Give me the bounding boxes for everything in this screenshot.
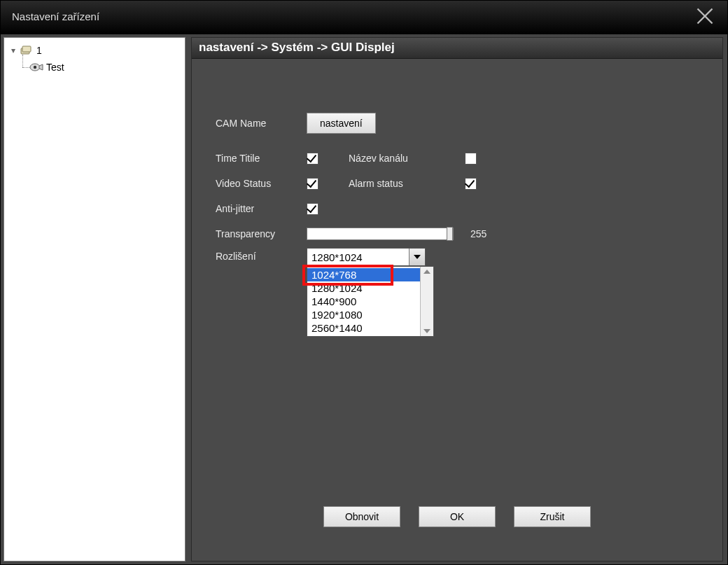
tree-collapse-icon[interactable]: ▾ [7,46,20,55]
channel-name-label: Název kanálu [349,153,465,164]
close-icon[interactable] [695,6,715,26]
gui-display-settings: CAM Name nastavení Time Titile Název kan… [192,59,722,270]
slider-thumb[interactable] [447,227,453,241]
video-status-checkbox[interactable] [307,178,318,190]
refresh-button[interactable]: Obnovit [323,506,400,527]
resolution-combo: 1280*1024 1024*7681280*10241440*9001920*… [307,248,426,266]
scroll-down-icon[interactable] [424,329,430,333]
settings-panel: nastavení -> Systém -> GUI Displej CAM N… [191,37,723,561]
svg-point-5 [34,66,36,69]
cam-name-row: CAM Name nastavení [216,112,722,134]
channel-name-checkbox[interactable] [465,153,477,165]
dropdown-scrollbar[interactable] [420,267,433,336]
anti-jitter-row: Anti-jitter [216,197,722,220]
resolution-option[interactable]: 1280*1024 [307,281,420,295]
tree-root-label: 1 [36,45,42,56]
cam-name-label: CAM Name [216,118,307,129]
time-title-row: Time Titile Název kanálu [216,147,722,169]
video-status-label: Video Status [216,178,307,189]
time-title-label: Time Titile [216,153,307,164]
device-tree: ▾ 1 Test [4,38,185,80]
breadcrumb: nastavení -> Systém -> GUI Displej [192,38,722,59]
alarm-status-checkbox[interactable] [465,178,477,190]
dialog-button-row: Obnovit OK Zrušit [192,506,722,527]
ok-button[interactable]: OK [419,506,496,527]
transparency-value: 255 [470,228,486,239]
resolution-select[interactable]: 1280*1024 [307,248,426,266]
device-tree-panel: ▾ 1 Test [4,37,186,561]
resolution-option-list: 1024*7681280*10241440*9001920*10802560*1… [307,267,420,336]
dialog-title: Nastavení zařízení [12,11,99,22]
cam-name-settings-button[interactable]: nastavení [307,113,376,134]
tree-child-label: Test [46,62,64,73]
resolution-row: Rozlišení 1280*1024 1024*7681280*1024144… [216,248,722,270]
scroll-up-icon[interactable] [424,270,430,274]
dialog-titlebar: Nastavení zařízení [1,1,727,34]
chevron-down-icon[interactable] [409,249,425,265]
resolution-option[interactable]: 1024*768 [307,268,420,281]
resolution-selected-value: 1280*1024 [312,251,363,263]
transparency-slider[interactable] [307,228,454,240]
resolution-option[interactable]: 1440*900 [307,295,420,308]
tree-root-item[interactable]: ▾ 1 [7,42,182,59]
anti-jitter-checkbox[interactable] [307,203,318,215]
resolution-option[interactable]: 1920*1080 [307,308,420,321]
device-settings-dialog: Nastavení zařízení ▾ 1 [0,0,728,565]
tree-child-item[interactable]: Test [20,59,182,76]
dialog-body: ▾ 1 Test nastavení -> Systém -> GUI Disp… [1,34,727,564]
resolution-dropdown: 1024*7681280*10241440*9001920*10802560*1… [307,266,434,337]
video-status-row: Video Status Alarm status [216,172,722,195]
cancel-button[interactable]: Zrušit [514,506,591,527]
resolution-label: Rozlišení [216,248,307,262]
svg-rect-3 [22,46,31,52]
transparency-row: Transparency 255 [216,223,722,245]
anti-jitter-label: Anti-jitter [216,203,307,214]
time-title-checkbox[interactable] [307,153,318,165]
transparency-label: Transparency [216,228,307,239]
tree-branch-icon [20,62,29,73]
resolution-option[interactable]: 2560*1440 [307,321,420,335]
device-root-icon [20,45,34,56]
alarm-status-label: Alarm status [349,178,465,189]
device-camera-icon [29,62,43,73]
